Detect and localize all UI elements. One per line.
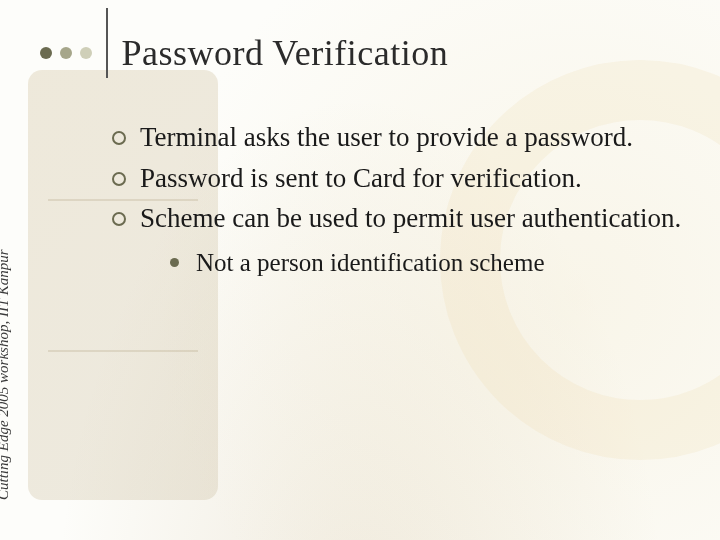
- bullet-item: Scheme can be used to permit user authen…: [110, 201, 690, 236]
- dot-icon: [80, 47, 92, 59]
- header-dots-decoration: [40, 47, 92, 59]
- dot-icon: [40, 47, 52, 59]
- slide-header: Password Verification: [40, 28, 700, 78]
- dot-icon: [60, 47, 72, 59]
- sub-bullet-item: Not a person identification scheme: [170, 246, 690, 280]
- sidebar-footer-label: Cutting Edge 2005 workshop, IIT Kanpur: [0, 249, 12, 500]
- bullet-item: Password is sent to Card for verificatio…: [110, 161, 690, 196]
- slide-title: Password Verification: [122, 32, 449, 74]
- bullet-item: Terminal asks the user to provide a pass…: [110, 120, 690, 155]
- sub-bullet-list: Not a person identification scheme: [170, 246, 690, 280]
- slide-body: Terminal asks the user to provide a pass…: [110, 120, 690, 279]
- bullet-list: Terminal asks the user to provide a pass…: [110, 120, 690, 236]
- vertical-divider: [106, 8, 108, 78]
